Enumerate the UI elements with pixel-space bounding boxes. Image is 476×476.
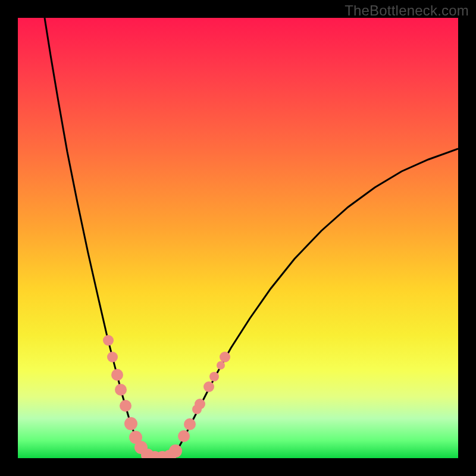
marker-dot [115,384,127,396]
plot-area [18,18,458,458]
marker-dot [107,352,118,362]
series-left-branch [45,18,150,458]
marker-dot [178,430,190,442]
marker-dot [111,369,123,381]
marker-dot [120,400,131,412]
marker-dot [203,381,214,392]
series-lines [45,18,458,458]
marker-dot [209,372,219,381]
marker-dot [217,361,225,369]
series-right-branch [171,149,458,458]
marker-dot [184,418,196,430]
marker-dot [192,405,202,414]
marker-dot [169,444,182,458]
outer-frame: TheBottleneck.com [0,0,476,476]
chart-svg [18,18,458,458]
marker-dot [103,335,114,346]
marker-dot [220,352,230,362]
watermark-text: TheBottleneck.com [345,2,469,19]
marker-dot [124,417,137,430]
